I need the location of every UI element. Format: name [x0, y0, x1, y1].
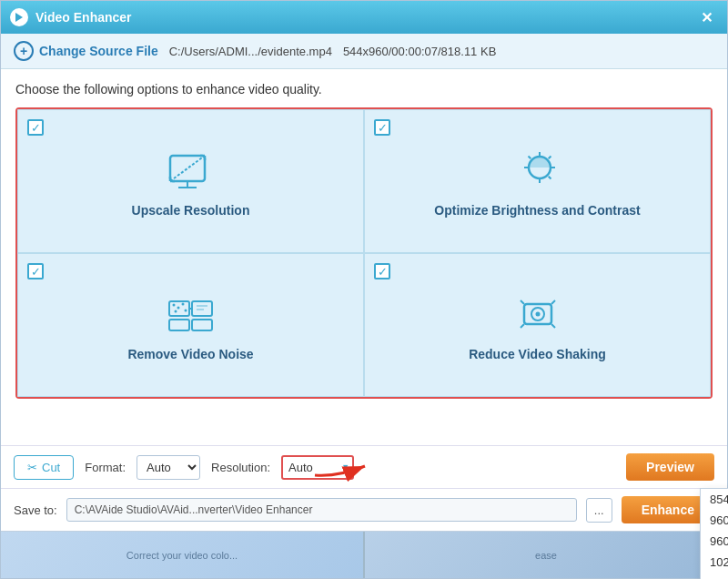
change-source-button[interactable]: + Change Source File [14, 41, 158, 61]
brightness-label: Optimize Brightness and Contrast [434, 203, 640, 218]
window-title: Video Enhancer [35, 10, 132, 25]
toolbar: + Change Source File C:/Users/ADMI.../ev… [1, 34, 727, 69]
browse-button[interactable]: ... [586, 498, 612, 523]
titlebar-left: Video Enhancer [10, 8, 132, 26]
preview-button[interactable]: Preview [626, 453, 714, 481]
shaking-label: Reduce Video Shaking [469, 347, 606, 361]
checkbox-brightness[interactable]: ✓ [374, 119, 390, 136]
titlebar: Video Enhancer ✕ [1, 1, 727, 34]
close-button[interactable]: ✕ [695, 7, 718, 28]
checkbox-shaking[interactable]: ✓ [374, 263, 390, 279]
brightness-icon [511, 148, 565, 194]
preview-left-text: Correct your video colo... [126, 550, 238, 561]
svg-point-23 [177, 306, 180, 309]
cut-label: Cut [42, 461, 60, 474]
cut-button[interactable]: ✂ Cut [14, 455, 74, 480]
subtitle-text: Choose the following options to enhance … [15, 82, 713, 96]
add-icon: + [14, 41, 34, 61]
app-icon [10, 8, 28, 26]
svg-marker-0 [15, 13, 23, 22]
resolution-dropdown: 854x480 960x540 960x640 1024x600 1280x72… [700, 488, 728, 580]
file-meta: 544x960/00:00:07/818.11 KB [343, 45, 496, 58]
save-path-display: C:\AVAide Studio\AVAid...nverter\Video E… [66, 498, 577, 522]
checkbox-upscale[interactable]: ✓ [27, 119, 44, 136]
main-content: Choose the following options to enhance … [1, 69, 727, 445]
preview-strip-inner: Correct your video colo... ease [1, 532, 727, 578]
upscale-label: Upscale Resolution [132, 203, 250, 218]
option-shaking[interactable]: ✓ Reduce Video Shaking [364, 253, 711, 397]
resolution-option-960x540[interactable]: 960x540 [701, 510, 728, 531]
svg-rect-20 [169, 320, 189, 330]
scissors-icon: ✂ [27, 461, 37, 474]
svg-line-35 [521, 324, 524, 328]
checkbox-noise[interactable]: ✓ [27, 263, 44, 279]
preview-right-panel: ease [365, 532, 727, 578]
controls-bar: ✂ Cut Format: Auto Resolution: Auto ▼ 85… [1, 445, 727, 488]
svg-line-16 [549, 156, 551, 158]
save-to-label: Save to: [14, 503, 57, 517]
svg-line-15 [549, 176, 551, 178]
save-bar: Save to: C:\AVAide Studio\AVAid...nverte… [1, 488, 727, 531]
arrow-svg [310, 457, 383, 482]
svg-line-2 [170, 156, 205, 181]
svg-line-34 [551, 324, 555, 328]
resolution-option-960x640[interactable]: 960x640 [701, 531, 728, 552]
svg-rect-21 [192, 320, 212, 330]
svg-line-14 [529, 156, 531, 158]
video-enhancer-window: Video Enhancer ✕ + Change Source File C:… [0, 0, 728, 579]
svg-point-25 [175, 310, 177, 312]
preview-strip: Correct your video colo... ease [1, 531, 727, 578]
preview-left-panel: Correct your video colo... [1, 532, 363, 578]
noise-icon [164, 292, 218, 338]
resolution-option-1024x600[interactable]: 1024x600 [701, 552, 728, 573]
resolution-option-1280x720[interactable]: 1280x720 [701, 573, 728, 580]
options-grid: ✓ Upscale Resolution [15, 107, 713, 399]
noise-label: Remove Video Noise [127, 347, 253, 361]
svg-point-24 [182, 302, 185, 305]
option-brightness[interactable]: ✓ Optimize Br [364, 109, 711, 253]
resolution-option-854x480[interactable]: 854x480 [701, 489, 728, 510]
svg-rect-18 [192, 301, 212, 316]
change-source-label: Change Source File [39, 44, 158, 58]
format-label: Format: [85, 461, 126, 474]
preview-right-text: ease [535, 550, 557, 561]
svg-point-31 [536, 311, 541, 316]
shaking-icon [511, 292, 565, 338]
svg-point-26 [185, 309, 187, 311]
svg-point-22 [173, 303, 176, 306]
svg-line-32 [521, 300, 524, 304]
upscale-icon [164, 148, 218, 194]
option-noise[interactable]: ✓ [17, 253, 364, 397]
svg-line-33 [551, 300, 555, 304]
option-upscale[interactable]: ✓ Upscale Resolution [17, 109, 364, 253]
resolution-label: Resolution: [211, 461, 270, 474]
file-path: C:/Users/ADMI.../evidente.mp4 [169, 45, 332, 58]
format-select[interactable]: Auto [136, 455, 200, 480]
arrow-indicator [310, 457, 383, 482]
